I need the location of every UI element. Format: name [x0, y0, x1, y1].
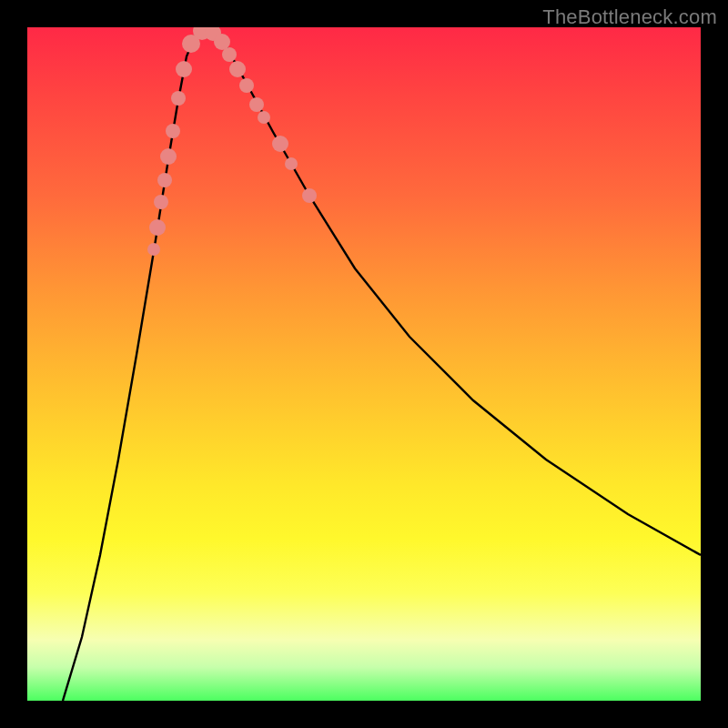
curve-svg — [27, 27, 701, 701]
data-marker — [249, 97, 264, 112]
chart-frame: TheBottleneck.com — [0, 0, 728, 728]
data-marker — [160, 148, 177, 165]
data-marker — [157, 173, 172, 187]
data-marker — [285, 157, 298, 170]
data-marker — [222, 47, 237, 62]
data-marker — [239, 78, 254, 93]
data-marker — [176, 61, 192, 77]
plot-area — [27, 27, 701, 701]
watermark-text: TheBottleneck.com — [542, 5, 717, 29]
data-marker — [272, 136, 288, 152]
data-marker — [302, 188, 317, 203]
data-marker — [229, 61, 246, 77]
bottleneck-curve — [63, 29, 701, 701]
data-marker — [166, 124, 180, 138]
data-marker — [149, 219, 166, 236]
marker-group — [147, 27, 317, 256]
data-marker — [258, 111, 270, 124]
data-marker — [154, 195, 168, 209]
data-marker — [147, 243, 160, 256]
data-marker — [171, 91, 186, 106]
